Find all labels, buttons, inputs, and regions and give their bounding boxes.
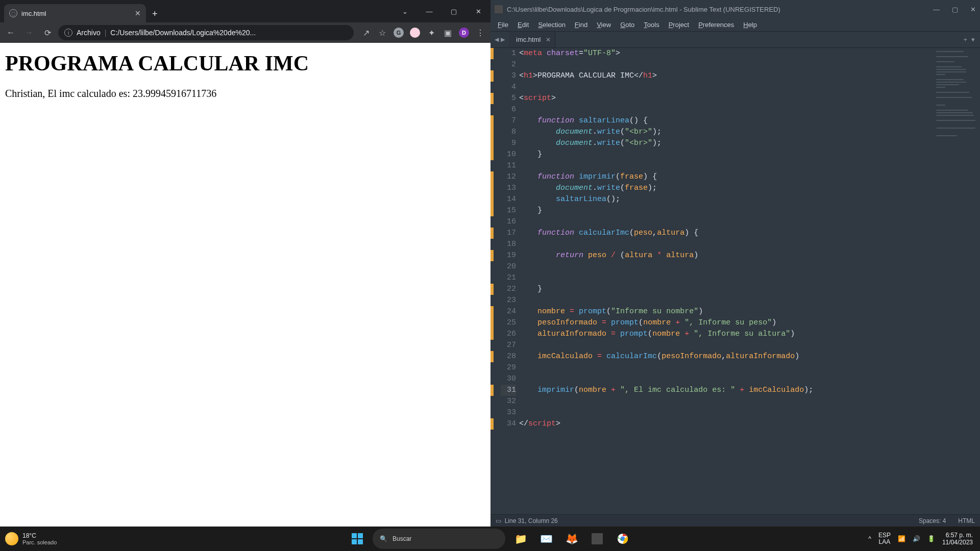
sublime-taskbar-icon[interactable] xyxy=(587,529,607,549)
code-line[interactable]: </script> xyxy=(519,418,933,430)
line-number[interactable]: 15 xyxy=(501,205,516,216)
line-number[interactable]: 25 xyxy=(501,317,516,329)
site-info-icon[interactable]: i xyxy=(64,29,72,37)
line-number[interactable]: 31 xyxy=(501,385,516,396)
line-number[interactable]: 18 xyxy=(501,239,516,250)
line-number[interactable]: 8 xyxy=(501,127,516,138)
code-line[interactable]: document.write("<br>"); xyxy=(519,127,933,138)
line-number[interactable]: 9 xyxy=(501,138,516,149)
menu-view[interactable]: View xyxy=(593,20,615,30)
line-number[interactable]: 5 xyxy=(501,93,516,104)
code-line[interactable]: saltarLinea(); xyxy=(519,194,933,205)
line-number[interactable]: 23 xyxy=(501,295,516,306)
code-line[interactable]: alturaInformado = prompt(nombre + ", Inf… xyxy=(519,329,933,340)
line-number[interactable]: 12 xyxy=(501,171,516,183)
code-line[interactable]: function saltarLinea() { xyxy=(519,115,933,127)
code-line[interactable] xyxy=(519,82,933,93)
line-number[interactable]: 6 xyxy=(501,104,516,115)
code-text[interactable]: <meta charset="UTF-8"><h1>PROGRAMA CALCU… xyxy=(519,48,933,514)
bookmark-icon[interactable]: ☆ xyxy=(375,26,389,40)
line-number[interactable]: 3 xyxy=(501,70,516,82)
menu-goto[interactable]: Goto xyxy=(616,20,639,30)
code-line[interactable]: nombre = prompt("Informe su nombre") xyxy=(519,306,933,317)
share-icon[interactable]: ↗ xyxy=(359,26,373,40)
line-number[interactable]: 11 xyxy=(501,160,516,171)
code-line[interactable]: <h1>PROGRAMA CALCULAR IMC</h1> xyxy=(519,70,933,82)
line-number[interactable]: 14 xyxy=(501,194,516,205)
battery-icon[interactable]: 🔋 xyxy=(927,535,935,542)
code-line[interactable] xyxy=(519,407,933,418)
code-line[interactable] xyxy=(519,295,933,306)
reload-button[interactable]: ⟳ xyxy=(40,25,55,40)
line-number[interactable]: 1 xyxy=(501,48,516,59)
code-line[interactable] xyxy=(519,261,933,272)
menu-selection[interactable]: Selection xyxy=(534,20,569,30)
code-editor[interactable]: 1234567891011121314151617181920212223242… xyxy=(491,48,980,514)
taskbar-weather[interactable]: 18°C Parc. soleado xyxy=(0,532,57,545)
code-line[interactable] xyxy=(519,396,933,407)
menu-edit[interactable]: Edit xyxy=(513,20,533,30)
editor-tab[interactable]: imc.html ✕ xyxy=(509,32,555,47)
start-button[interactable] xyxy=(347,529,368,549)
tab-dropdown-icon[interactable]: ▾ xyxy=(971,36,975,43)
firefox-icon[interactable]: 🦊 xyxy=(561,529,582,549)
line-number[interactable]: 26 xyxy=(501,329,516,340)
tab-nav-arrows[interactable]: ◀ ▶ xyxy=(491,32,509,47)
code-line[interactable]: } xyxy=(519,284,933,295)
code-line[interactable]: imcCalculado = calcularImc(pesoInformado… xyxy=(519,351,933,362)
menu-tools[interactable]: Tools xyxy=(640,20,663,30)
line-number[interactable]: 21 xyxy=(501,272,516,284)
line-number[interactable]: 20 xyxy=(501,261,516,272)
browser-tab[interactable]: ◌ imc.html ✕ xyxy=(4,4,146,22)
line-number[interactable]: 10 xyxy=(501,149,516,160)
code-line[interactable]: <meta charset="UTF-8"> xyxy=(519,48,933,59)
code-line[interactable]: document.write(frase); xyxy=(519,183,933,194)
code-line[interactable] xyxy=(519,272,933,284)
menu-preferences[interactable]: Preferences xyxy=(694,20,738,30)
code-line[interactable]: return peso / (altura * altura) xyxy=(519,250,933,261)
extension-g-icon[interactable]: G xyxy=(391,26,406,40)
chrome-taskbar-icon[interactable] xyxy=(612,529,633,549)
tray-clock[interactable]: 6:57 p. m. 11/04/2023 xyxy=(942,532,973,546)
status-cursor[interactable]: Line 31, Column 26 xyxy=(505,517,558,524)
line-number[interactable]: 13 xyxy=(501,183,516,194)
menu-help[interactable]: Help xyxy=(739,20,761,30)
code-line[interactable] xyxy=(519,373,933,385)
code-line[interactable]: } xyxy=(519,205,933,216)
back-button[interactable]: ← xyxy=(3,25,18,40)
code-line[interactable]: imprimir(nombre + ", El imc calculado es… xyxy=(519,385,933,396)
code-line[interactable]: document.write("<br>"); xyxy=(519,138,933,149)
minimap[interactable] xyxy=(933,48,980,514)
extension-pink-icon[interactable] xyxy=(408,26,422,40)
close-tab-icon[interactable]: ✕ xyxy=(546,36,551,43)
code-line[interactable] xyxy=(519,216,933,228)
code-line[interactable]: function imprimir(frase) { xyxy=(519,171,933,183)
close-tab-icon[interactable]: ✕ xyxy=(135,9,141,17)
tray-language[interactable]: ESP LAA xyxy=(878,532,891,545)
address-bar[interactable]: i Archivo | C:/Users/lilbe/Downloads/Log… xyxy=(58,25,354,40)
code-line[interactable] xyxy=(519,239,933,250)
side-panel-icon[interactable]: ▣ xyxy=(440,26,455,40)
line-number[interactable]: 33 xyxy=(501,407,516,418)
line-number[interactable]: 29 xyxy=(501,362,516,373)
code-line[interactable]: pesoInformado = prompt(nombre + ", Infor… xyxy=(519,317,933,329)
line-number[interactable]: 16 xyxy=(501,216,516,228)
line-number[interactable]: 28 xyxy=(501,351,516,362)
code-line[interactable] xyxy=(519,362,933,373)
forward-button[interactable]: → xyxy=(21,25,37,40)
line-number[interactable]: 19 xyxy=(501,250,516,261)
menu-file[interactable]: File xyxy=(494,20,512,30)
sublime-titlebar[interactable]: C:\Users\lilbe\Downloads\Logica de Progr… xyxy=(491,0,980,18)
status-panel-icon[interactable]: ▭ xyxy=(496,517,501,524)
menu-project[interactable]: Project xyxy=(665,20,693,30)
mail-app-icon[interactable]: ✉️ xyxy=(536,529,556,549)
profile-avatar[interactable]: D xyxy=(457,26,471,40)
close-icon[interactable]: ✕ xyxy=(466,0,491,22)
line-number[interactable]: 22 xyxy=(501,284,516,295)
dropdown-tabs-icon[interactable]: ⌄ xyxy=(393,0,417,22)
code-line[interactable]: } xyxy=(519,149,933,160)
minimize-icon[interactable]: — xyxy=(417,0,442,22)
code-line[interactable] xyxy=(519,59,933,70)
close-icon[interactable]: ✕ xyxy=(970,6,976,13)
volume-icon[interactable]: 🔊 xyxy=(913,535,920,542)
